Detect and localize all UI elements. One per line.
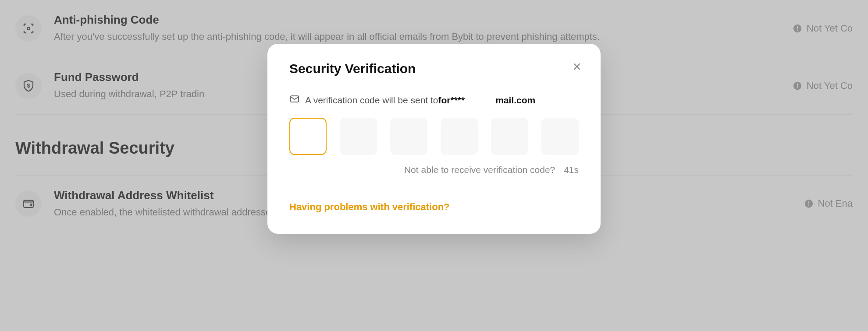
verification-code-inputs: [289, 118, 579, 155]
close-button[interactable]: [572, 61, 582, 74]
resend-code-line: Not able to receive verification code? 4…: [289, 165, 579, 175]
mail-icon: [289, 94, 300, 106]
verification-sent-message: A verification code will be sent to for*…: [289, 94, 579, 106]
code-digit-5[interactable]: [491, 118, 528, 155]
sent-prefix-text: A verification code will be sent to: [305, 95, 438, 106]
code-digit-3[interactable]: [390, 118, 427, 155]
code-digit-4[interactable]: [441, 118, 478, 155]
masked-email: for**** mail.com: [438, 95, 536, 106]
code-digit-6[interactable]: [541, 118, 579, 155]
modal-overlay: Security Verification A verification cod…: [0, 0, 868, 331]
resend-countdown: 41s: [564, 165, 579, 175]
close-icon: [572, 61, 582, 72]
resend-text: Not able to receive verification code?: [404, 165, 555, 175]
security-verification-modal: Security Verification A verification cod…: [267, 44, 601, 234]
verification-help-link[interactable]: Having problems with verification?: [289, 201, 579, 213]
code-digit-2[interactable]: [340, 118, 377, 155]
modal-title: Security Verification: [289, 61, 579, 76]
code-digit-1[interactable]: [289, 118, 327, 155]
